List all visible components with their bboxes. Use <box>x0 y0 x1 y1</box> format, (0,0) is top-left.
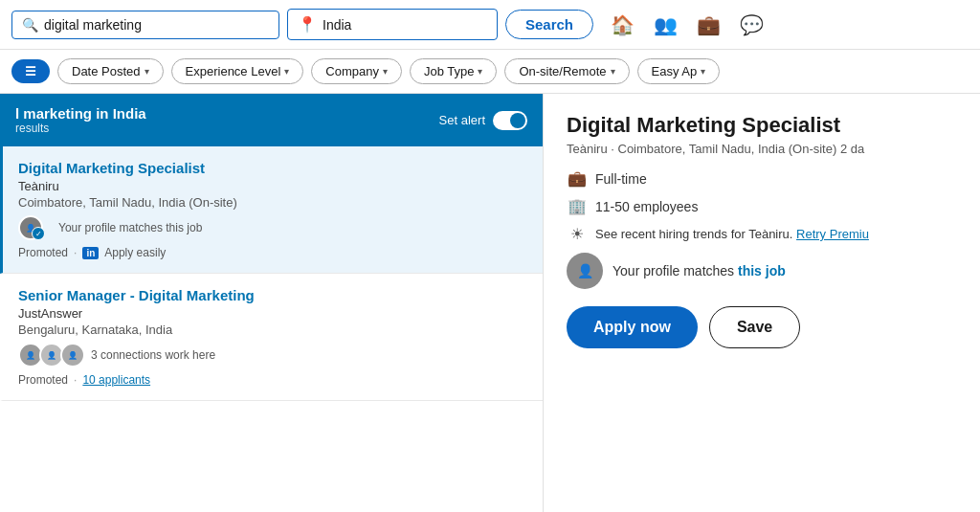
job-title-2: Senior Manager - Digital Marketing <box>18 287 527 303</box>
detail-company: Teàniru <box>567 142 608 156</box>
company-size-row: 🏢 11-50 employees <box>567 197 957 215</box>
company-filter[interactable]: Company ▾ <box>311 58 402 84</box>
action-buttons: Apply now Save <box>567 306 957 348</box>
promoted-row-2: Promoted · 10 applicants <box>18 373 527 387</box>
job-type-filter[interactable]: Job Type ▾ <box>410 58 498 84</box>
chevron-down-icon: ▾ <box>383 66 388 77</box>
building-icon: 🏢 <box>567 197 588 215</box>
on-site-remote-filter[interactable]: On-site/Remote ▾ <box>504 58 629 84</box>
hiring-trends-row: ☀ See recent hiring trends for Teàniru. … <box>567 225 957 243</box>
employment-type-row: 💼 Full-time <box>567 169 957 188</box>
detail-posted: 2 da <box>840 142 864 156</box>
set-alert-label: Set alert <box>439 113 485 127</box>
detail-profile-match: 👤 Your profile matches this job <box>567 253 957 289</box>
search-button[interactable]: Search <box>505 10 593 39</box>
match-check-icon: ✓ <box>32 227 45 240</box>
retry-premium-link[interactable]: Retry Premiu <box>796 227 869 241</box>
match-highlight: this job <box>738 263 786 278</box>
job-company-2: JustAnswer <box>18 306 527 321</box>
hiring-trends-text: See recent hiring trends for Teàniru. Re… <box>595 227 869 241</box>
promoted-label-1: Promoted <box>18 246 68 259</box>
search-input-wrap: 🔍 <box>11 11 279 39</box>
briefcase-detail-icon: 💼 <box>567 169 588 188</box>
save-button[interactable]: Save <box>709 306 800 348</box>
connections-text: 3 connections work here <box>91 348 215 362</box>
chevron-down-icon: ▾ <box>284 66 289 77</box>
people-icon[interactable]: 👥 <box>654 13 678 36</box>
search-bar: 🔍 📍 Search 🏠 👥 💼 💬 <box>0 0 980 50</box>
nav-icons: 🏠 👥 💼 💬 <box>611 13 764 36</box>
main-content: l marketing in India results Set alert D… <box>0 94 980 512</box>
detail-job-title: Digital Marketing Specialist <box>567 113 957 138</box>
company-size: 11-50 employees <box>595 199 698 214</box>
briefcase-icon[interactable]: 💼 <box>697 13 721 36</box>
chevron-down-icon: ▾ <box>701 66 705 77</box>
avatar-group-1: 👤 ✓ <box>18 215 53 240</box>
alert-toggle[interactable] <box>493 111 527 130</box>
location-input-wrap: 📍 <box>287 9 498 40</box>
detail-subtitle: Teàniru · Coimbatore, Tamil Nadu, India … <box>567 142 957 156</box>
apply-now-button[interactable]: Apply now <box>567 306 698 348</box>
experience-level-filter[interactable]: Experience Level ▾ <box>171 58 304 84</box>
detail-avatar: 👤 <box>567 253 603 289</box>
sun-icon: ☀ <box>567 225 588 243</box>
toggle-knob <box>510 113 525 128</box>
all-filters-button[interactable]: ☰ <box>11 59 50 83</box>
filter-bar: ☰ Date Posted ▾ Experience Level ▾ Compa… <box>0 50 980 94</box>
avatar-2c: 👤 <box>60 343 85 367</box>
left-panel: l marketing in India results Set alert D… <box>0 94 544 512</box>
connections-row: 👤 👤 👤 3 connections work here <box>18 343 527 367</box>
detail-match-text: Your profile matches this job <box>612 263 786 278</box>
profile-match-1: 👤 ✓ Your profile matches this job <box>18 215 527 240</box>
date-posted-filter[interactable]: Date Posted ▾ <box>57 58 164 84</box>
right-panel: Digital Marketing Specialist Teàniru · C… <box>544 94 980 512</box>
job-card-1[interactable]: Digital Marketing Specialist Teàniru Coi… <box>0 146 543 274</box>
search-input[interactable] <box>44 17 235 33</box>
avatar-group-2: 👤 👤 👤 <box>18 343 85 367</box>
results-subtitle: results <box>15 122 146 135</box>
chevron-down-icon: ▾ <box>145 66 149 77</box>
applicants-link[interactable]: 10 applicants <box>82 373 150 387</box>
employment-type: Full-time <box>595 171 647 187</box>
chevron-down-icon: ▾ <box>478 66 482 77</box>
job-card-2[interactable]: Senior Manager - Digital Marketing JustA… <box>0 274 543 401</box>
apply-easily-1: Apply easily <box>104 246 166 259</box>
easy-apply-filter[interactable]: Easy Ap ▾ <box>637 58 721 84</box>
results-header: l marketing in India results Set alert <box>0 94 543 146</box>
results-title: l marketing in India <box>15 105 146 122</box>
job-company-1: Teàniru <box>18 179 527 193</box>
message-icon[interactable]: 💬 <box>740 13 764 36</box>
search-icon: 🔍 <box>22 17 38 33</box>
promoted-row-1: Promoted · in Apply easily <box>18 246 527 259</box>
job-title-1: Digital Marketing Specialist <box>18 160 527 176</box>
detail-location: Coimbatore, Tamil Nadu, India (On-site) <box>618 142 837 156</box>
chevron-down-icon: ▾ <box>611 66 615 77</box>
job-location-1: Coimbatore, Tamil Nadu, India (On-site) <box>18 195 527 210</box>
set-alert: Set alert <box>439 111 527 130</box>
location-input[interactable] <box>323 17 476 33</box>
linkedin-badge-1: in <box>82 247 99 259</box>
job-location-2: Bengaluru, Karnataka, India <box>18 323 527 337</box>
profile-match-text-1: Your profile matches this job <box>58 221 202 234</box>
home-icon[interactable]: 🏠 <box>611 13 635 36</box>
location-icon: 📍 <box>298 15 317 33</box>
promoted-label-2: Promoted <box>18 373 68 387</box>
